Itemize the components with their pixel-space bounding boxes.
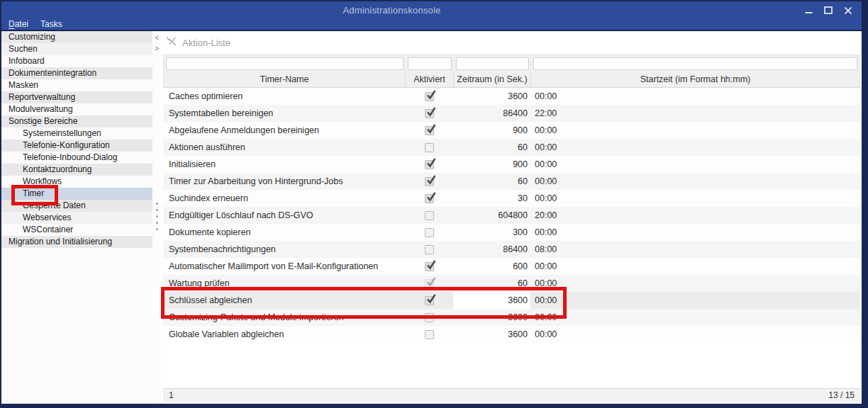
table-row-suchindex-erneuern[interactable]: Suchindex erneuern3000:00 (163, 190, 860, 207)
menu-tasks[interactable]: Tasks (40, 19, 62, 30)
table-row-schl-ssel-abgleichen[interactable]: Schlüssel abgleichen360000:00 (163, 292, 860, 309)
sidebar-item-webservices[interactable]: Webservices (1, 212, 152, 224)
cell-timer-name: Aktionen ausführen (163, 139, 405, 156)
sidebar-item-migration-und-initialisierung[interactable]: Migration und Initialisierung (1, 236, 152, 248)
sidebar-item-wscontainer[interactable]: WSContainer (1, 224, 152, 236)
column-header-timer-name[interactable]: Timer-Name (164, 72, 406, 87)
cell-aktiviert (405, 173, 453, 190)
tools-icon (167, 36, 177, 50)
cell-zeitraum: 3600 (453, 88, 530, 105)
checkbox-checked-icon[interactable] (425, 177, 434, 186)
table-row-timer-zur-abarbeitung-von-hintergrund-jobs[interactable]: Timer zur Abarbeitung von Hintergrund-Jo… (163, 173, 860, 190)
filter-input-startzeit-im-format-hh-mm[interactable] (533, 57, 857, 70)
panel-header: Aktion-Liste (163, 31, 860, 55)
table-row-wartung-pr-fen[interactable]: Wartung prüfen6000:00 (163, 275, 860, 292)
cell-zeitraum: 300 (453, 224, 530, 241)
sidebar-item-workflows[interactable]: Workflows (1, 176, 152, 188)
timer-table: Timer-NameAktiviertZeitraum (in Sek.)Sta… (163, 55, 860, 343)
maximize-icon[interactable] (823, 6, 833, 16)
filter-row (163, 55, 860, 72)
checkbox-unchecked-icon[interactable] (425, 143, 434, 152)
cell-aktiviert (405, 224, 453, 241)
checkbox-checked-icon[interactable] (425, 262, 434, 271)
minimize-icon[interactable] (803, 6, 813, 16)
table-row-customizing-pakete-und-module-importieren[interactable]: Customizing-Pakete und Module importiere… (163, 309, 860, 326)
checkbox-checked-icon[interactable] (425, 160, 434, 169)
cell-aktiviert (405, 190, 453, 207)
table-row-aktionen-ausf-hren[interactable]: Aktionen ausführen6000:00 (163, 139, 860, 156)
column-header-startzeit-im-format-hh-mm[interactable]: Startzeit (im Format hh:mm) (531, 72, 859, 87)
cell-timer-name: Wartung prüfen (163, 275, 405, 292)
sidebar-item-modulverwaltung[interactable]: Modulverwaltung (1, 103, 152, 115)
checkbox-checked-icon[interactable] (425, 296, 434, 305)
sidebar-item-infoboard[interactable]: Infoboard (1, 55, 152, 67)
column-header-aktiviert[interactable]: Aktiviert (406, 72, 454, 87)
status-bar: 1 13 / 15 (163, 388, 860, 402)
cell-startzeit: 00:00 (530, 224, 860, 241)
table-row-dokumente-kopieren[interactable]: Dokumente kopieren30000:00 (163, 224, 860, 241)
cell-aktiviert (405, 309, 453, 326)
cell-startzeit: 00:00 (530, 309, 860, 326)
filter-input-timer-name[interactable] (166, 57, 404, 70)
table-row-systembenachrichtigungen[interactable]: Systembenachrichtigungen8640008:00 (163, 241, 860, 258)
close-icon[interactable] (843, 6, 853, 16)
column-header-zeitraum-in-sek[interactable]: Zeitraum (in Sek.) (454, 72, 531, 87)
cell-startzeit: 00:00 (530, 258, 860, 275)
sidebar-item-kontaktzuordnung[interactable]: Kontaktzuordnung (1, 164, 152, 176)
sidebar-item-customizing[interactable]: Customizing (1, 31, 152, 43)
sidebar: CustomizingSuchenInfoboardDokumenteninte… (1, 31, 152, 404)
filter-input-aktiviert[interactable] (408, 57, 452, 70)
cell-timer-name: Suchindex erneuern (163, 190, 405, 207)
sidebar-item-dokumentenintegration[interactable]: Dokumentenintegration (1, 67, 152, 79)
cell-startzeit: 00:00 (530, 190, 860, 207)
sidebar-item-sonstige-bereiche[interactable]: Sonstige Bereiche (1, 115, 152, 128)
cell-timer-name: Initialisieren (163, 156, 405, 173)
checkbox-unchecked-icon[interactable] (425, 245, 434, 254)
checkbox-checked-icon[interactable] (425, 126, 434, 135)
cell-zeitraum: 30 (453, 190, 530, 207)
sidebar-item-timer[interactable]: Timer (1, 188, 152, 200)
cell-timer-name: Abgelaufene Anmeldungen bereinigen (163, 122, 405, 139)
table-row-initialisieren[interactable]: Initialisieren90000:00 (163, 156, 860, 173)
cell-aktiviert (405, 207, 453, 224)
sidebar-item-masken[interactable]: Masken (1, 79, 152, 91)
sidebar-item-gesperrte-daten[interactable]: Gesperrte Daten (1, 200, 152, 212)
sidebar-item-systemeinstellungen[interactable]: Systemeinstellungen (1, 128, 152, 140)
cell-zeitraum: 3600 (453, 309, 530, 326)
checkbox-checked-icon[interactable] (425, 194, 434, 203)
chevron-left-icon[interactable]: < (155, 34, 159, 42)
filter-input-zeitraum-in-sek[interactable] (456, 57, 529, 70)
cell-timer-name: Systembenachrichtigungen (163, 241, 405, 258)
column-header-row: Timer-NameAktiviertZeitraum (in Sek.)Sta… (163, 72, 860, 88)
checkbox-checked-icon[interactable] (425, 279, 434, 288)
cell-zeitraum: 604800 (453, 207, 530, 224)
cell-zeitraum[interactable]: 3600 (453, 292, 530, 309)
checkbox-checked-icon[interactable] (425, 92, 434, 101)
sidebar-item-suchen[interactable]: Suchen (1, 43, 152, 55)
table-row-caches-optimieren[interactable]: Caches optimieren360000:00 (163, 88, 860, 105)
sidebar-item-telefonie-konfiguration[interactable]: Telefonie-Konfiguration (1, 140, 152, 152)
cell-startzeit: 00:00 (530, 173, 860, 190)
checkbox-unchecked-icon[interactable] (425, 313, 434, 322)
cell-timer-name: Endgültiger Löschlauf nach DS-GVO (163, 207, 405, 224)
chevron-right-icon[interactable]: > (155, 45, 159, 52)
table-row-automatischer-mailimport-von-e-mail-konfigurationen[interactable]: Automatischer Mailimport von E-Mail-Konf… (163, 258, 860, 275)
checkbox-checked-icon[interactable] (425, 109, 434, 118)
checkbox-unchecked-icon[interactable] (425, 330, 434, 339)
table-row-systemtabellen-bereinigen[interactable]: Systemtabellen bereinigen8640022:00 (163, 105, 860, 122)
checkbox-unchecked-icon[interactable] (425, 228, 434, 237)
sidebar-item-reportverwaltung[interactable]: Reportverwaltung (1, 91, 152, 103)
cell-aktiviert (405, 156, 453, 173)
cell-zeitraum: 3600 (453, 326, 530, 343)
cell-timer-name: Customizing-Pakete und Module importiere… (163, 309, 405, 326)
sidebar-splitter[interactable]: < > (152, 31, 161, 404)
checkbox-unchecked-icon[interactable] (425, 211, 434, 220)
table-row-endg-ltiger-l-schlauf-nach-ds-gvo[interactable]: Endgültiger Löschlauf nach DS-GVO6048002… (163, 207, 860, 224)
table-row-abgelaufene-anmeldungen-bereinigen[interactable]: Abgelaufene Anmeldungen bereinigen90000:… (163, 122, 860, 139)
menu-datei[interactable]: Datei (9, 19, 28, 30)
cell-startzeit: 00:00 (530, 122, 860, 139)
splitter-grip-icon[interactable] (156, 203, 158, 230)
table-row-globale-variablen-abgleichen[interactable]: Globale Variablen abgleichen360000:00 (163, 326, 860, 343)
menu-bar: DateiTasks (1, 19, 862, 31)
sidebar-item-telefonie-inbound-dialog[interactable]: Telefonie-Inbound-Dialog (1, 152, 152, 164)
